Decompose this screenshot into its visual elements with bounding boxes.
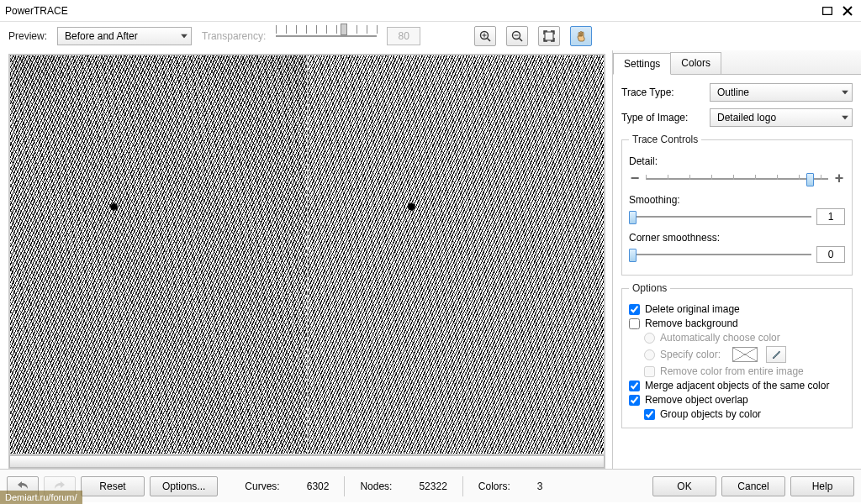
- preview-canvas[interactable]: [8, 54, 605, 455]
- titlebar: PowerTRACE: [0, 0, 861, 22]
- curves-label: Curves:: [245, 480, 279, 492]
- detail-plus-icon[interactable]: +: [833, 170, 845, 187]
- tab-colors[interactable]: Colors: [670, 52, 721, 74]
- cancel-button[interactable]: Cancel: [721, 476, 785, 496]
- colors-value: 3: [537, 480, 543, 492]
- preview-after: [307, 55, 605, 454]
- detail-slider[interactable]: [646, 171, 828, 186]
- options-group: Options Delete original image Remove bac…: [621, 282, 853, 428]
- corner-slider[interactable]: [629, 247, 811, 262]
- svg-rect-0: [823, 7, 832, 14]
- preview-scrollbar[interactable]: [8, 455, 605, 469]
- reset-button[interactable]: Reset: [81, 476, 145, 496]
- svg-rect-11: [545, 32, 553, 40]
- ok-button[interactable]: OK: [652, 476, 716, 496]
- detail-minus-icon[interactable]: −: [629, 170, 641, 187]
- nodes-label: Nodes:: [360, 480, 392, 492]
- side-tabs: Settings Colors: [613, 50, 861, 75]
- trace-type-combo[interactable]: Outline: [710, 83, 853, 102]
- auto-color-radio: Automatically choose color: [644, 332, 845, 344]
- preview-combo[interactable]: Before and After: [57, 27, 192, 45]
- corner-value[interactable]: 0: [816, 246, 845, 263]
- trace-type-label: Trace Type:: [621, 87, 710, 98]
- maximize-icon[interactable]: [819, 4, 836, 18]
- specify-color-radio: Specify color:: [644, 346, 845, 363]
- zoom-in-icon[interactable]: [474, 26, 496, 46]
- remove-color-entire-checkbox: Remove color from entire image: [644, 365, 845, 377]
- watermark: Demiart.ru/forum/: [0, 491, 82, 504]
- trace-controls-group: Trace Controls Detail: − + Smoothing: [621, 134, 853, 276]
- transparency-value: 80: [387, 27, 420, 45]
- tab-settings[interactable]: Settings: [613, 53, 671, 75]
- delete-original-checkbox[interactable]: Delete original image: [629, 303, 845, 315]
- color-swatch: [732, 347, 758, 362]
- chevron-down-icon: [842, 91, 848, 95]
- close-icon[interactable]: [839, 4, 856, 18]
- zoom-fit-icon[interactable]: [538, 26, 560, 46]
- preview-label: Preview:: [8, 30, 47, 42]
- smoothing-label: Smoothing:: [629, 194, 845, 206]
- remove-overlap-checkbox[interactable]: Remove object overlap: [629, 394, 845, 406]
- preview-before: [10, 55, 307, 454]
- image-type-combo[interactable]: Detailed logo: [710, 108, 853, 127]
- chevron-down-icon: [181, 34, 188, 39]
- transparency-label: Transparency:: [202, 30, 266, 42]
- window-title: PowerTRACE: [5, 5, 816, 17]
- zoom-out-icon[interactable]: [506, 26, 528, 46]
- corner-label: Corner smoothness:: [629, 232, 845, 244]
- remove-background-checkbox[interactable]: Remove background: [629, 318, 845, 329]
- svg-marker-12: [842, 91, 848, 95]
- smoothing-value[interactable]: 1: [816, 208, 845, 225]
- nodes-value: 52322: [419, 480, 446, 492]
- transparency-slider[interactable]: [276, 29, 377, 44]
- colors-label: Colors:: [478, 480, 510, 492]
- svg-line-9: [520, 39, 523, 42]
- eyedropper-icon: [766, 346, 786, 363]
- smoothing-slider[interactable]: [629, 209, 811, 224]
- chevron-down-icon: [842, 116, 848, 120]
- detail-label: Detail:: [629, 155, 845, 167]
- group-by-color-checkbox[interactable]: Group objects by color: [644, 408, 845, 420]
- merge-adjacent-checkbox[interactable]: Merge adjacent objects of the same color: [629, 380, 845, 391]
- help-button[interactable]: Help: [790, 476, 854, 496]
- options-button[interactable]: Options...: [150, 476, 218, 496]
- curves-value: 6302: [307, 480, 330, 492]
- toolbar: Preview: Before and After Transparency: …: [0, 22, 861, 50]
- svg-marker-13: [842, 116, 848, 120]
- image-type-label: Type of Image:: [621, 112, 710, 123]
- svg-line-5: [488, 39, 491, 42]
- footer: Reset Options... Curves:6302 Nodes:52322…: [0, 469, 861, 502]
- svg-marker-3: [181, 34, 188, 39]
- pan-hand-icon[interactable]: [570, 26, 592, 46]
- preview-combo-value: Before and After: [65, 30, 138, 42]
